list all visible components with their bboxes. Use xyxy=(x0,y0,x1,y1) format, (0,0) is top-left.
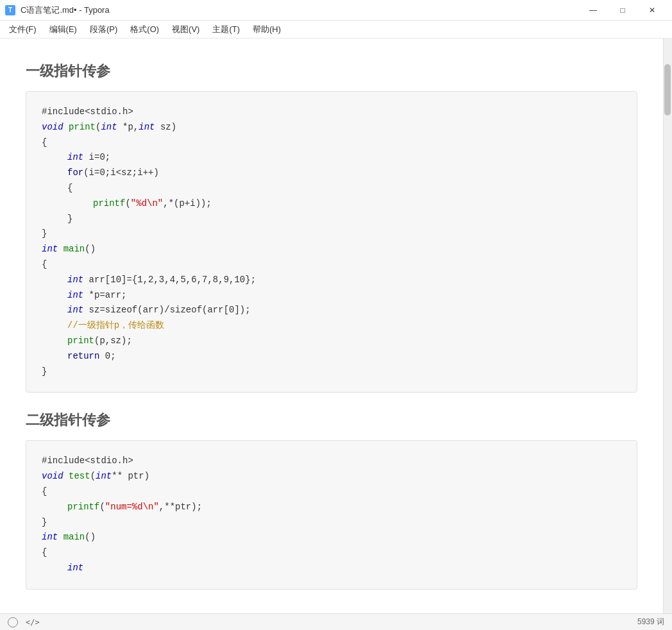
section1-heading: 一级指针传参 xyxy=(26,62,637,81)
status-bar: </> 5939 词 xyxy=(0,613,672,630)
window-title: C语言笔记.md• - Typora xyxy=(21,4,110,16)
app-icon: T xyxy=(5,5,15,15)
minimize-button[interactable]: — xyxy=(578,0,608,21)
menu-bar: 文件(F) 编辑(E) 段落(P) 格式(O) 视图(V) 主题(T) 帮助(H… xyxy=(0,21,672,38)
code-line: } xyxy=(42,364,621,380)
code-block-2: #include<stdio.h> void test(int** ptr) {… xyxy=(26,440,637,589)
code-line: int main() xyxy=(42,242,621,257)
code-line: int sz=sizeof(arr)/sizeof(arr[0]); xyxy=(42,303,621,318)
menu-view[interactable]: 视图(V) xyxy=(165,21,206,38)
code-line: void print(int *p,int sz) xyxy=(42,120,621,135)
code-line: void test(int** ptr) xyxy=(42,469,621,484)
code-line: int xyxy=(42,561,621,576)
section2-heading: 二级指针传参 xyxy=(26,411,637,430)
code-line: #include<stdio.h> xyxy=(42,105,621,120)
maximize-button[interactable]: □ xyxy=(608,0,637,21)
main-content: 一级指针传参 #include<stdio.h> void print(int … xyxy=(0,38,672,613)
code-line: { xyxy=(42,181,621,196)
menu-paragraph[interactable]: 段落(P) xyxy=(83,21,124,38)
code-line: printf("%d\n",*(p+i)); xyxy=(42,196,621,212)
menu-file[interactable]: 文件(F) xyxy=(3,21,43,38)
code-line: int *p=arr; xyxy=(42,288,621,303)
status-left: </> xyxy=(8,617,40,627)
window-controls: — □ ✕ xyxy=(578,0,667,21)
code-line: } xyxy=(42,226,621,242)
code-line: int i=0; xyxy=(42,150,621,166)
title-bar-left: T C语言笔记.md• - Typora xyxy=(5,4,110,16)
code-line: printf("num=%d\n",**ptr); xyxy=(42,500,621,515)
code-line: int arr[10]={1,2,3,4,5,6,7,8,9,10}; xyxy=(42,273,621,288)
word-count: 5939 词 xyxy=(637,617,664,627)
menu-edit[interactable]: 编辑(E) xyxy=(43,21,83,38)
close-button[interactable]: ✕ xyxy=(637,0,667,21)
menu-format[interactable]: 格式(O) xyxy=(124,21,165,38)
content-area[interactable]: 一级指针传参 #include<stdio.h> void print(int … xyxy=(0,38,663,613)
code-line: { xyxy=(42,545,621,561)
code-line: int main() xyxy=(42,530,621,545)
code-line: } xyxy=(42,212,621,227)
scrollbar-thumb[interactable] xyxy=(664,64,671,115)
title-bar: T C语言笔记.md• - Typora — □ ✕ xyxy=(0,0,672,21)
code-line: print(p,sz); xyxy=(42,334,621,349)
code-line: #include<stdio.h> xyxy=(42,454,621,469)
menu-help[interactable]: 帮助(H) xyxy=(246,21,287,38)
status-tag[interactable]: </> xyxy=(26,618,40,627)
code-line: { xyxy=(42,135,621,151)
code-line: { xyxy=(42,257,621,273)
code-line: //一级指针p，传给函数 xyxy=(42,318,621,334)
code-line: return 0; xyxy=(42,349,621,364)
code-block-1: #include<stdio.h> void print(int *p,int … xyxy=(26,91,637,393)
code-line: for(i=0;i<sz;i++) xyxy=(42,166,621,181)
code-line: { xyxy=(42,484,621,500)
status-circle-icon xyxy=(8,617,18,627)
menu-theme[interactable]: 主题(T) xyxy=(206,21,246,38)
vertical-scrollbar[interactable] xyxy=(663,38,672,613)
code-line: } xyxy=(42,515,621,531)
